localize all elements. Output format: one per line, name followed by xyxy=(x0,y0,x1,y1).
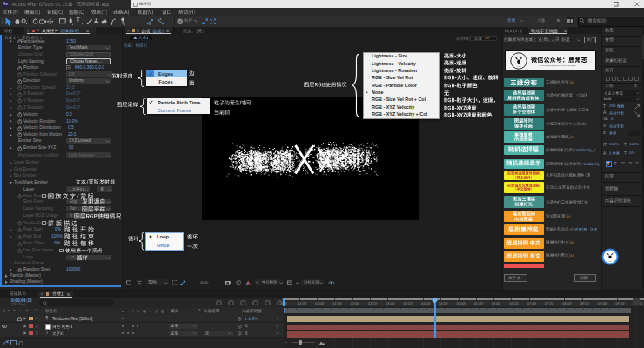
svg-text:LJZ: LJZ xyxy=(607,260,612,263)
svg-text:LJZ: LJZ xyxy=(517,64,521,67)
svg-text:AA: AA xyxy=(517,54,520,57)
